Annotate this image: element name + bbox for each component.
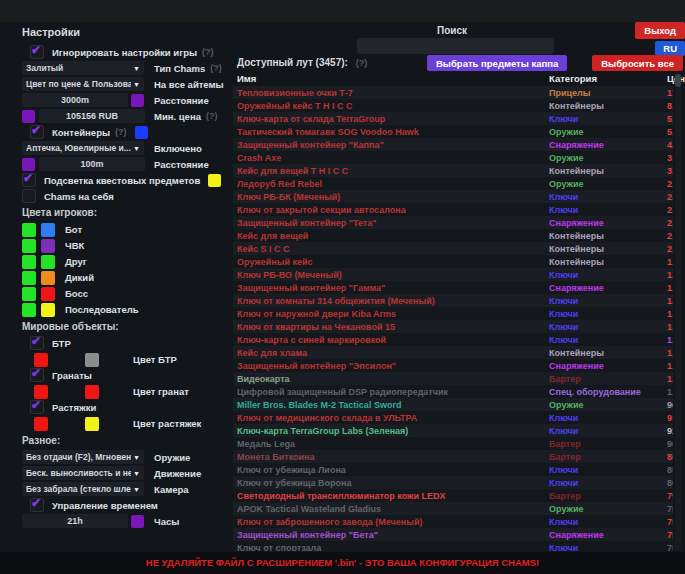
table-row[interactable]: Кейс для вещей T H I C C Контейнеры 3.10… [233,164,673,177]
ignore-game-settings-checkbox[interactable] [30,45,44,59]
grenade-color-swatch-1[interactable] [34,385,48,399]
chams-type-select[interactable]: Залитый ▼ [22,61,144,75]
select-kappa-items-button[interactable]: Выбрать предметы каппа [427,55,567,71]
movement-select[interactable]: Беск. выносливость и нет уста: ▼ [22,466,144,480]
tripwire-color-swatch-2[interactable] [85,417,99,431]
player-color-label: Друг [65,256,87,267]
hours-input[interactable] [22,514,128,528]
grenade-color-swatch-2[interactable] [85,385,99,399]
table-row[interactable]: Защищенный контейнер "Бета" Снаряжение 7… [233,528,673,541]
scrollbar-track[interactable] [675,72,681,551]
table-row[interactable]: Защищенный контейнер "Тета" Снаряжение 2… [233,216,673,229]
scrollbar-thumb[interactable] [675,74,681,87]
hours-color-swatch[interactable] [131,515,144,528]
min-price-input[interactable] [39,109,145,123]
player-color-swatch-1[interactable] [22,303,36,317]
drop-all-button[interactable]: Выбросить все [592,55,683,71]
player-color-swatch-2[interactable] [41,287,55,301]
table-row[interactable]: Ключ-карта с синей маркировкой Ключи 1.1… [233,333,673,346]
container-distance-input[interactable] [39,157,145,171]
item-name: Ключ-карта TerraGroup Labs (Зеленая) [237,426,549,436]
item-category: Снаряжение [549,140,667,150]
item-name: Защищенный контейнер "Бета" [237,530,549,540]
btr-color-swatch-2[interactable] [85,353,99,367]
btr-checkbox[interactable] [30,336,44,350]
table-row[interactable]: Ключ от заброшенного завода (Меченый) Кл… [233,515,673,528]
table-row[interactable]: Светодиодный трансиллюминатор кожи LEDX … [233,489,673,502]
table-row[interactable]: Оружейный кейс Контейнеры 1.95kk [233,255,673,268]
item-name: Ключ от комнаты 314 общежития (Меченый) [237,296,549,306]
item-price: 17.33kk [667,88,673,98]
table-row[interactable]: Ключ от наружной двери Kiba Arms Ключи 1… [233,307,673,320]
item-name: Ключ РБ-БК (Меченый) [237,192,549,202]
table-row[interactable]: Кейс S I C C Контейнеры 2.05kk [233,242,673,255]
player-color-swatch-2[interactable] [41,223,55,237]
btr-color-swatch-1[interactable] [34,353,48,367]
table-row[interactable]: Ключ РБ-ВО (Меченый) Ключи 1.85kk [233,268,673,281]
quest-highlight-checkbox[interactable] [22,173,36,187]
table-row[interactable]: Ключ РБ-БК (Меченый) Ключи 2.58kk [233,190,673,203]
table-row[interactable]: Кейс для вещей Контейнеры 2.08kk [233,229,673,242]
containers-filter-select[interactable]: Аптечка, Ювелирные и... ▼ [22,141,144,155]
player-color-swatch-1[interactable] [22,255,36,269]
table-row[interactable]: Ключ от закрытой секции автосалона Ключи… [233,203,673,216]
player-color-swatch-2[interactable] [41,239,55,253]
player-color-swatch-2[interactable] [41,271,55,285]
containers-checkbox[interactable] [30,125,44,139]
distance-input[interactable] [22,93,128,107]
table-row[interactable]: Ключ-карта TerraGroup Labs (Зеленая) Клю… [233,424,673,437]
containers-label: Контейнеры [52,127,110,138]
item-price: 869.6k [667,452,673,462]
table-row[interactable]: Ключ от спортзала Ключи 750.0k [233,541,673,551]
table-row[interactable]: Защищенный контейнер "Гамма" Снаряжение … [233,281,673,294]
exit-button[interactable]: Выход [635,22,685,39]
min-price-color-swatch[interactable] [22,110,35,123]
table-row[interactable]: Медаль Lega Бартер 900.0k [233,437,673,450]
table-row[interactable]: Тепловизионные очки Т-7 Прицелы 17.33kk [233,86,673,99]
chevron-down-icon: ▼ [133,470,140,477]
player-color-swatch-1[interactable] [22,223,36,237]
weapon-select[interactable]: Без отдачи (F2), Мгновенное п ▼ [22,450,144,464]
tripwire-color-swatch-1[interactable] [34,417,48,431]
table-row[interactable]: Ключ от комнаты 314 общежития (Меченый) … [233,294,673,307]
table-row[interactable]: Видеокарта Бартер 1.06kk [233,372,673,385]
container-distance-color-swatch[interactable] [22,158,35,171]
table-row[interactable]: Ключ от убежища Ворона Ключи 800.0k [233,476,673,489]
color-mode-select[interactable]: Цвет по цене & Пользователь ▼ [22,77,144,91]
table-row[interactable]: Кейс для хлама Контейнеры 1.11kk [233,346,673,359]
item-category: Снаряжение [549,283,667,293]
table-row[interactable]: Цифровой защищенный DSP радиопередатчик … [233,385,673,398]
table-row[interactable]: Miller Bros. Blades M-2 Tactical Sword О… [233,398,673,411]
table-row[interactable]: Ключ от медицинского склада в УЛЬТРА Клю… [233,411,673,424]
player-color-swatch-2[interactable] [41,255,55,269]
distance-label: Расстояние [154,95,209,106]
tripwires-checkbox[interactable] [30,400,44,414]
table-row[interactable]: Оружейный кейс T H I C C Контейнеры 8.48… [233,99,673,112]
table-row[interactable]: APOK Tactical Wasteland Gladius Оружие 7… [233,502,673,515]
table-row[interactable]: Ключ от квартиры на Чекановой 15 Ключи 1… [233,320,673,333]
camera-select[interactable]: Без забрала (стекло шлема) ▼ [22,482,144,496]
player-color-swatch-1[interactable] [22,271,36,285]
language-button[interactable]: RU [655,41,685,56]
table-row[interactable]: Ключ от убежища Лиона Ключи 850.0k [233,463,673,476]
search-input[interactable] [357,38,554,54]
distance-color-swatch[interactable] [131,94,144,107]
self-chams-checkbox[interactable] [22,189,36,203]
chevron-down-icon: ▼ [133,454,140,461]
player-color-swatch-2[interactable] [41,303,55,317]
chams-type-row: Залитый ▼ Тип Chams (?) [22,61,228,75]
table-row[interactable]: Crash Axe Оружие 3.40kk [233,151,673,164]
quest-highlight-color-swatch[interactable] [208,174,221,187]
table-row[interactable]: Ключ-карта от склада TerraGroup Ключи 5.… [233,112,673,125]
time-control-checkbox[interactable] [30,498,44,512]
table-row[interactable]: Тактический томагавк SOG Voodoo Hawk Ору… [233,125,673,138]
table-row[interactable]: Ледоруб Red Rebel Оружие 2.75kk [233,177,673,190]
table-row[interactable]: Защищенный контейнер "Каппа" Снаряжение … [233,138,673,151]
containers-color-swatch[interactable] [135,126,148,139]
player-color-row: Последователь [22,302,228,317]
table-row[interactable]: Монета Биткоина Бартер 869.6k [233,450,673,463]
table-row[interactable]: Защищенный контейнер "Эпсилон" Снаряжени… [233,359,673,372]
player-color-swatch-1[interactable] [22,287,36,301]
grenades-checkbox[interactable] [30,368,44,382]
player-color-swatch-1[interactable] [22,239,36,253]
